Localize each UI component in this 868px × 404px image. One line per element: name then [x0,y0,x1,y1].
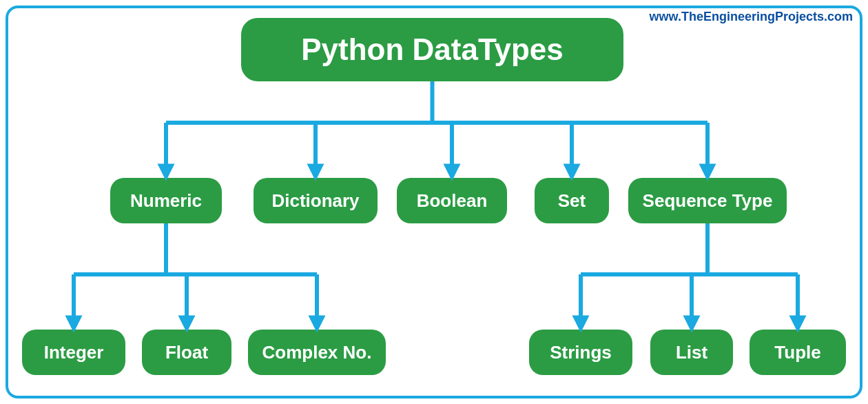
node-set: Set [535,178,609,223]
node-complex: Complex No. [248,330,386,375]
node-list-label: List [676,342,707,363]
node-tuple: Tuple [750,330,846,375]
node-set-label: Set [558,190,586,212]
node-float-label: Float [165,342,208,363]
node-root-label: Python DataTypes [301,32,564,67]
node-root: Python DataTypes [241,18,623,81]
node-sequence: Sequence Type [628,178,787,223]
node-boolean: Boolean [397,178,507,223]
node-strings-label: Strings [550,342,612,363]
node-dictionary-label: Dictionary [271,190,359,212]
node-integer-label: Integer [44,342,104,363]
node-numeric: Numeric [110,178,222,223]
node-float: Float [142,330,231,375]
node-complex-label: Complex No. [262,342,372,363]
node-boolean-label: Boolean [417,190,488,212]
node-tuple-label: Tuple [774,342,820,363]
node-list: List [650,330,733,375]
node-strings: Strings [529,330,632,375]
node-dictionary: Dictionary [254,178,378,223]
watermark-link: www.TheEngineeringProjects.com [650,10,853,24]
node-integer: Integer [22,330,125,375]
node-numeric-label: Numeric [130,190,202,212]
node-sequence-label: Sequence Type [643,190,773,212]
